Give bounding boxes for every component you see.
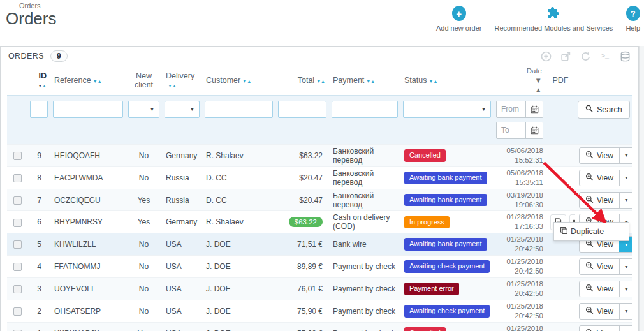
status-badge: Awaiting check payment [404,305,490,318]
cell-id: 3 [27,278,50,300]
table-row[interactable]: 7 OCZCIQEGU Yes Russia D. CC $20.47 Банк… [7,189,632,211]
cell-reference: OCZCIQEGU [50,189,126,211]
sql-icon[interactable]: >_ [599,50,611,62]
status-badge: Awaiting bank payment [404,194,487,207]
cell-delivery: Germany [162,211,202,233]
cell-date: 01/25/201820:42:50 [494,278,546,300]
sort-desc-icon[interactable]: ▼ [93,79,98,84]
sort-asc-icon[interactable]: ▲ [172,84,177,88]
zoom-in-icon [585,151,594,161]
table-row[interactable]: 3 UOYEVOLI No USA J. DOE 76,01 € Payment… [7,278,632,300]
table-row[interactable]: 1 XKBKNABJK Yes USA J. DOE 55,00 € Payme… [7,322,632,331]
calendar-icon[interactable] [525,101,543,117]
view-button[interactable]: View ▼ [579,258,632,275]
table-row[interactable]: 6 BHYPMNRSY Yes Germany R. Shalaev $63.2… [7,211,632,233]
view-button[interactable]: View ▼ [579,192,632,209]
cell-payment: Payment by check [329,300,400,322]
cell-total: 55,00 € [275,322,329,331]
new-client-filter-select[interactable]: -▼ [128,101,159,118]
cell-total: $63.22 [275,144,329,166]
cell-date: 05/06/201815:52:31 [494,144,546,166]
row-checkbox[interactable] [13,240,22,249]
table-row[interactable]: 5 KHWLILZLL No USA J. DOE 71,51 € Bank w… [7,233,632,256]
cell-reference: KHWLILZLL [50,233,126,256]
sort-asc-icon[interactable]: ▲ [247,79,251,84]
status-badge: Payment error [404,283,459,295]
sort-desc-icon[interactable]: ▼ [168,84,172,88]
sort-asc-icon[interactable]: ▲ [499,85,542,95]
search-button[interactable]: Search [578,101,630,119]
zoom-in-icon [585,306,594,316]
cell-id: 4 [27,256,50,278]
scrollbar[interactable] [639,46,644,331]
total-filter-input[interactable] [278,101,326,118]
delivery-filter-select[interactable]: -▼ [165,101,200,118]
status-badge: In progress [404,216,450,229]
help-button[interactable]: ? Help [626,6,640,32]
sort-asc-icon[interactable]: ▲ [321,79,325,84]
row-checkbox[interactable] [13,263,22,271]
customer-filter-input[interactable] [205,101,273,118]
export-icon[interactable] [560,50,571,62]
header-actions: + Add new order Recommended Modules and … [436,6,640,32]
orders-page: Orders Orders + Add new order Recommende… [0,0,644,331]
view-dropdown-toggle[interactable]: ▼ [619,281,632,297]
cell-customer: J. DOE [202,233,275,256]
cell-id: 9 [27,144,50,166]
cell-payment: Cash on delivery (COD) [329,211,400,233]
row-checkbox[interactable] [13,219,22,227]
view-button[interactable]: View ▼ [579,303,632,320]
view-button[interactable]: View ▼ [579,147,632,164]
row-checkbox[interactable] [13,196,22,205]
id-filter-input[interactable] [30,101,48,118]
status-badge: Cancelled [404,149,446,162]
chevron-down-icon: ▼ [481,107,486,112]
sort-asc-icon[interactable]: ▲ [433,79,437,84]
view-button[interactable]: View ▼ [579,325,632,331]
payment-filter-input[interactable] [332,101,398,118]
sort-asc-icon[interactable]: ▲ [370,79,375,84]
table-row[interactable]: 2 OHSATSERP No USA J. DOE 75,90 € Paymen… [7,300,632,322]
table-row[interactable]: 8 EACPLWMDA No Russia D. CC $20.47 Банко… [7,166,632,189]
date-to-group [496,122,543,139]
view-dropdown-toggle[interactable]: ▼ [619,259,632,274]
sort-asc-icon[interactable]: ▲ [42,84,47,88]
view-button[interactable]: View ▼ [579,281,632,297]
calendar-icon[interactable] [525,122,543,138]
cell-delivery: Germany [162,144,202,166]
refresh-icon[interactable] [580,50,591,62]
recommended-modules-button[interactable]: Recommended Modules and Services [495,6,613,32]
sort-desc-icon[interactable]: ▼ [499,76,542,85]
table-row[interactable]: 4 FFATNOMMJ No USA J. DOE 89,89 € Paymen… [7,256,632,278]
add-new-order-button[interactable]: + Add new order [436,6,482,32]
add-icon[interactable] [540,50,552,62]
reference-filter-input[interactable] [53,101,123,118]
date-to-input[interactable] [497,122,525,138]
sort-asc-icon[interactable]: ▲ [98,79,102,84]
duplicate-menu-item[interactable]: Duplicate [553,222,629,241]
view-dropdown-toggle[interactable]: ▼ [619,148,632,163]
column-header-new-client: New client [129,71,158,89]
view-dropdown-toggle[interactable]: ▼ [619,304,632,319]
row-checkbox[interactable] [13,174,22,182]
cell-delivery: Russia [162,166,202,189]
row-checkbox[interactable] [13,152,22,160]
column-header-id: ID [39,71,47,80]
cell-new-client: No [126,233,162,256]
grid-icon[interactable] [619,50,631,62]
row-checkbox[interactable] [13,285,22,293]
column-header-pdf: PDF [553,76,569,85]
cell-reference: XKBKNABJK [50,322,126,331]
status-badge: Awaiting bank payment [404,238,487,251]
row-checkbox[interactable] [13,307,22,316]
cell-date: 03/19/201819:06:30 [494,189,546,211]
table-row[interactable]: 9 HEIOQOAFH No Germany R. Shalaev $63.22… [7,144,632,166]
date-from-input[interactable] [497,101,525,117]
cell-id: 7 [27,189,50,211]
view-dropdown-toggle[interactable]: ▼ [619,170,632,186]
view-dropdown-toggle[interactable]: ▼ [619,193,632,208]
view-button[interactable]: View ▼ [579,170,632,186]
view-dropdown-toggle[interactable]: ▼ [619,326,632,331]
table-header-row: ID▼▲ Reference▼▲ New client Delivery▼▲ C… [7,66,632,95]
status-filter-select[interactable]: -▼ [403,101,491,118]
